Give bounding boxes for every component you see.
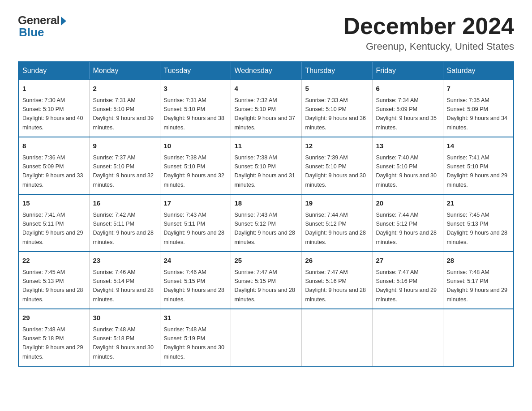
day-number: 21: [447, 198, 510, 209]
day-info: Sunrise: 7:35 AMSunset: 5:09 PMDaylight:…: [447, 97, 508, 131]
calendar-day-cell: 27Sunrise: 7:47 AMSunset: 5:16 PMDayligh…: [372, 252, 443, 309]
calendar-week-row: 8Sunrise: 7:36 AMSunset: 5:09 PMDaylight…: [18, 137, 514, 194]
logo: General Blue: [18, 13, 66, 39]
calendar-day-cell: 16Sunrise: 7:42 AMSunset: 5:11 PMDayligh…: [89, 194, 160, 252]
day-of-week-header: Friday: [372, 62, 443, 80]
day-number: 13: [376, 141, 439, 151]
day-number: 29: [22, 313, 86, 323]
calendar-day-cell: 22Sunrise: 7:45 AMSunset: 5:13 PMDayligh…: [18, 252, 89, 309]
calendar-day-cell: [301, 309, 372, 366]
day-number: 9: [93, 141, 156, 151]
day-info: Sunrise: 7:41 AMSunset: 5:11 PMDaylight:…: [22, 212, 83, 245]
day-info: Sunrise: 7:48 AMSunset: 5:17 PMDaylight:…: [447, 269, 508, 303]
calendar-day-cell: 9Sunrise: 7:37 AMSunset: 5:10 PMDaylight…: [89, 137, 160, 194]
calendar-day-cell: 10Sunrise: 7:38 AMSunset: 5:10 PMDayligh…: [160, 137, 231, 194]
calendar-day-cell: 19Sunrise: 7:44 AMSunset: 5:12 PMDayligh…: [301, 194, 372, 252]
day-number: 25: [235, 256, 298, 266]
day-of-week-header: Thursday: [301, 62, 372, 80]
day-info: Sunrise: 7:40 AMSunset: 5:10 PMDaylight:…: [376, 154, 437, 188]
day-number: 4: [235, 84, 298, 94]
day-number: 27: [376, 256, 439, 266]
day-info: Sunrise: 7:47 AMSunset: 5:15 PMDaylight:…: [235, 269, 296, 303]
calendar-day-cell: 13Sunrise: 7:40 AMSunset: 5:10 PMDayligh…: [372, 137, 443, 194]
day-number: 2: [93, 84, 156, 94]
month-title: December 2024: [343, 13, 514, 39]
calendar-table: SundayMondayTuesdayWednesdayThursdayFrid…: [18, 61, 514, 367]
calendar-day-cell: 5Sunrise: 7:33 AMSunset: 5:10 PMDaylight…: [301, 80, 372, 137]
calendar-day-cell: 12Sunrise: 7:39 AMSunset: 5:10 PMDayligh…: [301, 137, 372, 194]
day-number: 19: [305, 198, 369, 209]
calendar-day-cell: [443, 309, 514, 366]
day-number: 31: [164, 313, 227, 323]
day-number: 26: [305, 256, 369, 266]
logo-arrow-icon: [61, 17, 66, 26]
calendar-day-cell: 24Sunrise: 7:46 AMSunset: 5:15 PMDayligh…: [160, 252, 231, 309]
calendar-body: 1Sunrise: 7:30 AMSunset: 5:10 PMDaylight…: [18, 80, 514, 366]
page-header: General Blue December 2024 Greenup, Kent…: [18, 13, 514, 52]
calendar-day-cell: [372, 309, 443, 366]
calendar-day-cell: 30Sunrise: 7:48 AMSunset: 5:18 PMDayligh…: [89, 309, 160, 366]
day-number: 30: [93, 313, 156, 323]
calendar-day-cell: 26Sunrise: 7:47 AMSunset: 5:16 PMDayligh…: [301, 252, 372, 309]
calendar-day-cell: 3Sunrise: 7:31 AMSunset: 5:10 PMDaylight…: [160, 80, 231, 137]
calendar-day-cell: 7Sunrise: 7:35 AMSunset: 5:09 PMDaylight…: [443, 80, 514, 137]
calendar-day-cell: 15Sunrise: 7:41 AMSunset: 5:11 PMDayligh…: [18, 194, 89, 252]
calendar-day-cell: 29Sunrise: 7:48 AMSunset: 5:18 PMDayligh…: [18, 309, 89, 366]
location-text: Greenup, Kentucky, United States: [343, 41, 514, 52]
calendar-week-row: 22Sunrise: 7:45 AMSunset: 5:13 PMDayligh…: [18, 252, 514, 309]
day-number: 8: [22, 141, 86, 151]
day-info: Sunrise: 7:48 AMSunset: 5:18 PMDaylight:…: [93, 326, 154, 360]
calendar-day-cell: 23Sunrise: 7:46 AMSunset: 5:14 PMDayligh…: [89, 252, 160, 309]
calendar-day-cell: 17Sunrise: 7:43 AMSunset: 5:11 PMDayligh…: [160, 194, 231, 252]
day-number: 11: [235, 141, 298, 151]
calendar-day-cell: 28Sunrise: 7:48 AMSunset: 5:17 PMDayligh…: [443, 252, 514, 309]
calendar-day-cell: 14Sunrise: 7:41 AMSunset: 5:10 PMDayligh…: [443, 137, 514, 194]
day-info: Sunrise: 7:48 AMSunset: 5:18 PMDaylight:…: [22, 326, 83, 360]
days-of-week-row: SundayMondayTuesdayWednesdayThursdayFrid…: [18, 62, 514, 80]
day-info: Sunrise: 7:38 AMSunset: 5:10 PMDaylight:…: [164, 154, 225, 188]
day-info: Sunrise: 7:33 AMSunset: 5:10 PMDaylight:…: [305, 97, 366, 131]
calendar-day-cell: 21Sunrise: 7:45 AMSunset: 5:13 PMDayligh…: [443, 194, 514, 252]
calendar-day-cell: 31Sunrise: 7:48 AMSunset: 5:19 PMDayligh…: [160, 309, 231, 366]
day-info: Sunrise: 7:44 AMSunset: 5:12 PMDaylight:…: [305, 212, 366, 245]
calendar-day-cell: [231, 309, 301, 366]
day-number: 22: [22, 256, 86, 266]
calendar-week-row: 15Sunrise: 7:41 AMSunset: 5:11 PMDayligh…: [18, 194, 514, 252]
day-info: Sunrise: 7:43 AMSunset: 5:12 PMDaylight:…: [235, 212, 296, 245]
day-number: 5: [305, 84, 369, 94]
calendar-day-cell: 1Sunrise: 7:30 AMSunset: 5:10 PMDaylight…: [18, 80, 89, 137]
day-number: 12: [305, 141, 369, 151]
day-info: Sunrise: 7:41 AMSunset: 5:10 PMDaylight:…: [447, 154, 508, 188]
calendar-day-cell: 6Sunrise: 7:34 AMSunset: 5:09 PMDaylight…: [372, 80, 443, 137]
day-number: 14: [447, 141, 510, 151]
day-info: Sunrise: 7:47 AMSunset: 5:16 PMDaylight:…: [305, 269, 366, 303]
calendar-header: SundayMondayTuesdayWednesdayThursdayFrid…: [18, 62, 514, 80]
calendar-week-row: 29Sunrise: 7:48 AMSunset: 5:18 PMDayligh…: [18, 309, 514, 366]
day-of-week-header: Sunday: [18, 62, 89, 80]
day-info: Sunrise: 7:45 AMSunset: 5:13 PMDaylight:…: [447, 212, 508, 245]
day-info: Sunrise: 7:36 AMSunset: 5:09 PMDaylight:…: [22, 154, 83, 188]
day-info: Sunrise: 7:32 AMSunset: 5:10 PMDaylight:…: [235, 97, 296, 131]
calendar-week-row: 1Sunrise: 7:30 AMSunset: 5:10 PMDaylight…: [18, 80, 514, 137]
calendar-day-cell: 11Sunrise: 7:38 AMSunset: 5:10 PMDayligh…: [231, 137, 301, 194]
day-number: 18: [235, 198, 298, 209]
logo-blue-text: Blue: [18, 26, 44, 39]
day-of-week-header: Tuesday: [160, 62, 231, 80]
day-info: Sunrise: 7:31 AMSunset: 5:10 PMDaylight:…: [164, 97, 225, 131]
day-of-week-header: Saturday: [443, 62, 514, 80]
day-info: Sunrise: 7:37 AMSunset: 5:10 PMDaylight:…: [93, 154, 154, 188]
day-info: Sunrise: 7:39 AMSunset: 5:10 PMDaylight:…: [305, 154, 366, 188]
day-number: 20: [376, 198, 439, 209]
day-info: Sunrise: 7:46 AMSunset: 5:14 PMDaylight:…: [93, 269, 154, 303]
calendar-day-cell: 4Sunrise: 7:32 AMSunset: 5:10 PMDaylight…: [231, 80, 301, 137]
day-info: Sunrise: 7:44 AMSunset: 5:12 PMDaylight:…: [376, 212, 437, 245]
calendar-day-cell: 25Sunrise: 7:47 AMSunset: 5:15 PMDayligh…: [231, 252, 301, 309]
day-of-week-header: Monday: [89, 62, 160, 80]
day-number: 6: [376, 84, 439, 94]
day-info: Sunrise: 7:45 AMSunset: 5:13 PMDaylight:…: [22, 269, 83, 303]
day-number: 24: [164, 256, 227, 266]
title-section: December 2024 Greenup, Kentucky, United …: [343, 13, 514, 52]
day-info: Sunrise: 7:38 AMSunset: 5:10 PMDaylight:…: [235, 154, 296, 188]
calendar-day-cell: 18Sunrise: 7:43 AMSunset: 5:12 PMDayligh…: [231, 194, 301, 252]
calendar-day-cell: 8Sunrise: 7:36 AMSunset: 5:09 PMDaylight…: [18, 137, 89, 194]
